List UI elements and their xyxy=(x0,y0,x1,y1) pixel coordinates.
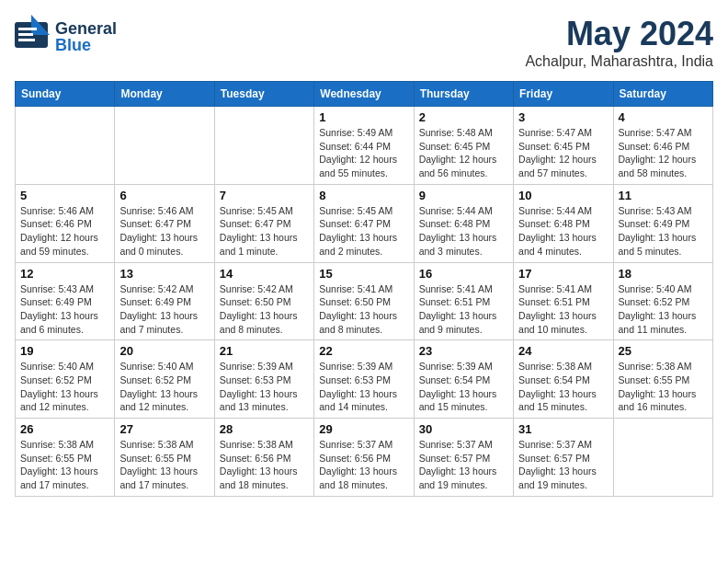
day-number: 12 xyxy=(20,267,109,281)
day-number: 9 xyxy=(419,189,508,202)
day-number: 19 xyxy=(20,344,109,358)
day-info: Sunrise: 5:37 AMSunset: 6:56 PMDaylight:… xyxy=(319,438,408,492)
day-number: 30 xyxy=(419,422,508,436)
day-info: Sunrise: 5:45 AMSunset: 6:47 PMDaylight:… xyxy=(220,204,309,259)
calendar-header-friday: Friday xyxy=(514,82,613,107)
day-info: Sunrise: 5:42 AMSunset: 6:49 PMDaylight:… xyxy=(119,282,209,337)
calendar-cell: 14Sunrise: 5:42 AMSunset: 6:50 PMDayligh… xyxy=(214,262,313,340)
calendar-cell: 18Sunrise: 5:40 AMSunset: 6:52 PMDayligh… xyxy=(613,262,712,340)
calendar-header-row: SundayMondayTuesdayWednesdayThursdayFrid… xyxy=(16,82,713,107)
day-number: 28 xyxy=(220,422,309,436)
day-number: 5 xyxy=(20,189,109,202)
day-number: 7 xyxy=(220,189,309,202)
day-info: Sunrise: 5:44 AMSunset: 6:48 PMDaylight:… xyxy=(419,204,508,259)
page-header: General Blue May 2024 Achalpur, Maharash… xyxy=(15,15,713,70)
day-number: 16 xyxy=(419,267,508,281)
day-info: Sunrise: 5:38 AMSunset: 6:56 PMDaylight:… xyxy=(220,438,309,492)
day-info: Sunrise: 5:47 AMSunset: 6:46 PMDaylight:… xyxy=(619,126,708,180)
day-info: Sunrise: 5:39 AMSunset: 6:53 PMDaylight:… xyxy=(319,360,408,414)
calendar-cell: 25Sunrise: 5:38 AMSunset: 6:55 PMDayligh… xyxy=(613,340,712,419)
logo: General Blue xyxy=(15,15,117,59)
svg-rect-4 xyxy=(18,39,35,41)
calendar-cell xyxy=(115,107,214,185)
calendar-cell: 17Sunrise: 5:41 AMSunset: 6:51 PMDayligh… xyxy=(514,262,613,340)
day-info: Sunrise: 5:41 AMSunset: 6:51 PMDaylight:… xyxy=(518,282,608,337)
calendar-location: Achalpur, Maharashtra, India xyxy=(525,53,713,70)
day-number: 20 xyxy=(119,344,209,358)
calendar-cell: 27Sunrise: 5:38 AMSunset: 6:55 PMDayligh… xyxy=(115,419,214,497)
logo-blue-text: Blue xyxy=(55,37,117,53)
day-info: Sunrise: 5:44 AMSunset: 6:48 PMDaylight:… xyxy=(518,204,608,259)
calendar-cell xyxy=(214,107,313,185)
calendar-week-2: 5Sunrise: 5:46 AMSunset: 6:46 PMDaylight… xyxy=(16,184,713,262)
day-number: 14 xyxy=(220,267,309,281)
calendar-header-wednesday: Wednesday xyxy=(314,82,414,107)
day-number: 26 xyxy=(20,422,109,436)
day-number: 3 xyxy=(518,110,608,124)
calendar-header-sunday: Sunday xyxy=(16,82,115,107)
calendar-week-1: 1Sunrise: 5:49 AMSunset: 6:44 PMDaylight… xyxy=(16,107,713,185)
calendar-cell: 8Sunrise: 5:45 AMSunset: 6:47 PMDaylight… xyxy=(314,184,414,262)
day-info: Sunrise: 5:47 AMSunset: 6:45 PMDaylight:… xyxy=(518,126,608,180)
calendar-cell xyxy=(613,419,712,497)
calendar-cell: 24Sunrise: 5:38 AMSunset: 6:54 PMDayligh… xyxy=(514,340,613,419)
day-number: 18 xyxy=(619,267,708,281)
day-number: 13 xyxy=(119,267,209,281)
day-info: Sunrise: 5:39 AMSunset: 6:53 PMDaylight:… xyxy=(220,360,309,414)
day-number: 22 xyxy=(319,344,408,358)
calendar-cell: 2Sunrise: 5:48 AMSunset: 6:45 PMDaylight… xyxy=(414,107,513,185)
day-number: 8 xyxy=(319,189,408,202)
calendar-cell: 3Sunrise: 5:47 AMSunset: 6:45 PMDaylight… xyxy=(514,107,613,185)
day-info: Sunrise: 5:41 AMSunset: 6:50 PMDaylight:… xyxy=(319,282,408,337)
day-info: Sunrise: 5:43 AMSunset: 6:49 PMDaylight:… xyxy=(619,204,708,259)
calendar-week-3: 12Sunrise: 5:43 AMSunset: 6:49 PMDayligh… xyxy=(16,262,713,340)
day-number: 6 xyxy=(119,189,209,202)
calendar-cell: 7Sunrise: 5:45 AMSunset: 6:47 PMDaylight… xyxy=(214,184,313,262)
calendar-cell: 5Sunrise: 5:46 AMSunset: 6:46 PMDaylight… xyxy=(16,184,115,262)
day-number: 21 xyxy=(220,344,309,358)
calendar-cell: 4Sunrise: 5:47 AMSunset: 6:46 PMDaylight… xyxy=(613,107,712,185)
svg-rect-3 xyxy=(18,33,33,36)
calendar-cell: 13Sunrise: 5:42 AMSunset: 6:49 PMDayligh… xyxy=(115,262,214,340)
calendar-table: SundayMondayTuesdayWednesdayThursdayFrid… xyxy=(15,81,713,497)
day-info: Sunrise: 5:40 AMSunset: 6:52 PMDaylight:… xyxy=(619,282,708,337)
day-info: Sunrise: 5:43 AMSunset: 6:49 PMDaylight:… xyxy=(20,282,109,337)
day-number: 23 xyxy=(419,344,508,358)
day-info: Sunrise: 5:48 AMSunset: 6:45 PMDaylight:… xyxy=(419,126,508,180)
logo-wordmark: General Blue xyxy=(55,20,117,53)
day-info: Sunrise: 5:46 AMSunset: 6:46 PMDaylight:… xyxy=(20,204,109,259)
logo-general-text: General xyxy=(55,20,117,37)
day-number: 4 xyxy=(619,110,708,124)
day-info: Sunrise: 5:40 AMSunset: 6:52 PMDaylight:… xyxy=(20,360,109,414)
day-info: Sunrise: 5:41 AMSunset: 6:51 PMDaylight:… xyxy=(419,282,508,337)
calendar-cell: 29Sunrise: 5:37 AMSunset: 6:56 PMDayligh… xyxy=(314,419,414,497)
day-info: Sunrise: 5:45 AMSunset: 6:47 PMDaylight:… xyxy=(319,204,408,259)
calendar-cell: 31Sunrise: 5:37 AMSunset: 6:57 PMDayligh… xyxy=(514,419,613,497)
calendar-cell: 23Sunrise: 5:39 AMSunset: 6:54 PMDayligh… xyxy=(414,340,513,419)
logo-icon xyxy=(15,15,50,59)
day-info: Sunrise: 5:37 AMSunset: 6:57 PMDaylight:… xyxy=(518,438,608,492)
calendar-cell: 10Sunrise: 5:44 AMSunset: 6:48 PMDayligh… xyxy=(514,184,613,262)
calendar-cell: 1Sunrise: 5:49 AMSunset: 6:44 PMDaylight… xyxy=(314,107,414,185)
svg-rect-2 xyxy=(18,28,37,30)
day-info: Sunrise: 5:49 AMSunset: 6:44 PMDaylight:… xyxy=(319,126,408,180)
day-number: 29 xyxy=(319,422,408,436)
day-number: 17 xyxy=(518,267,608,281)
day-info: Sunrise: 5:42 AMSunset: 6:50 PMDaylight:… xyxy=(220,282,309,337)
day-number: 27 xyxy=(119,422,209,436)
day-number: 10 xyxy=(518,189,608,202)
calendar-header-monday: Monday xyxy=(115,82,214,107)
day-info: Sunrise: 5:40 AMSunset: 6:52 PMDaylight:… xyxy=(119,360,209,414)
calendar-header-saturday: Saturday xyxy=(613,82,712,107)
calendar-cell: 22Sunrise: 5:39 AMSunset: 6:53 PMDayligh… xyxy=(314,340,414,419)
calendar-cell: 30Sunrise: 5:37 AMSunset: 6:57 PMDayligh… xyxy=(414,419,513,497)
calendar-cell: 11Sunrise: 5:43 AMSunset: 6:49 PMDayligh… xyxy=(613,184,712,262)
day-info: Sunrise: 5:39 AMSunset: 6:54 PMDaylight:… xyxy=(419,360,508,414)
calendar-week-4: 19Sunrise: 5:40 AMSunset: 6:52 PMDayligh… xyxy=(16,340,713,419)
day-info: Sunrise: 5:38 AMSunset: 6:55 PMDaylight:… xyxy=(619,360,708,414)
day-number: 24 xyxy=(518,344,608,358)
day-number: 25 xyxy=(619,344,708,358)
day-info: Sunrise: 5:46 AMSunset: 6:47 PMDaylight:… xyxy=(119,204,209,259)
day-number: 1 xyxy=(319,110,408,124)
calendar-cell: 26Sunrise: 5:38 AMSunset: 6:55 PMDayligh… xyxy=(16,419,115,497)
